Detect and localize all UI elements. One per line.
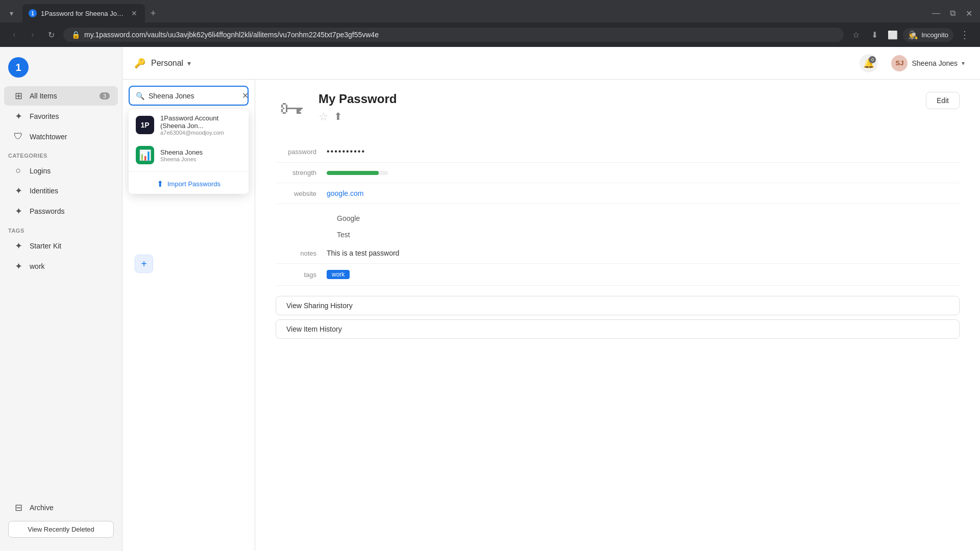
website-label: website (276, 190, 327, 197)
tab-navigation: ▾ (4, 6, 18, 20)
import-passwords-button[interactable]: ⬆ Import Passwords (129, 174, 249, 194)
sidebar-bottom: ⊟ Archive View Recently Deleted (0, 493, 122, 545)
sidebar-item-passwords[interactable]: ✦ Passwords (4, 202, 118, 221)
tab-close-button[interactable]: ✕ (130, 9, 139, 18)
sidebar-item-tag-work[interactable]: ✦ work (4, 257, 118, 276)
watchtower-icon: 🛡 (12, 131, 24, 142)
dropdown-item-1password[interactable]: 1P 1Password Account (Sheena Jon... a7e6… (129, 109, 249, 141)
detail-bottom-actions: View Sharing History View Item History (276, 296, 960, 339)
close-window-button[interactable]: ✕ (962, 6, 976, 20)
website-value: google.com (327, 189, 960, 197)
content-area: 🔍 ✕ 1P 1Password Account (Sheena Jon... … (122, 80, 980, 551)
tag-badge[interactable]: work (327, 270, 350, 279)
incognito-label: Incognito (921, 31, 948, 39)
sidebar-label-favorites: Favorites (30, 112, 110, 120)
section-text-test: Test (337, 227, 960, 243)
strength-fill (327, 171, 379, 175)
view-sharing-history-button[interactable]: View Sharing History (276, 296, 960, 315)
sidebar-item-identities[interactable]: ✦ Identities (4, 181, 118, 201)
topbar: 🔑 Personal ▾ 🔔 0 SJ Sheena Jones ▾ (122, 47, 980, 80)
incognito-icon: 🕵 (908, 30, 918, 40)
all-items-icon: ⊞ (12, 90, 24, 102)
search-input-wrap[interactable]: 🔍 ✕ (129, 86, 249, 106)
sidebar-item-watchtower[interactable]: 🛡 Watchtower (4, 127, 118, 146)
user-chevron-icon: ▾ (962, 60, 965, 67)
notification-button[interactable]: 🔔 0 (860, 54, 878, 72)
reload-button[interactable]: ↻ (43, 27, 59, 43)
dropdown-subtitle-sheena: Sheena Jones (160, 156, 241, 162)
back-button[interactable]: ‹ (6, 27, 22, 43)
all-items-count: 3 (100, 92, 110, 99)
favorite-button[interactable]: ☆ (318, 110, 329, 123)
identities-icon: ✦ (12, 185, 24, 196)
active-tab[interactable]: 1 1Password for Sheena Jones ✕ (22, 4, 145, 22)
favorites-icon: ✦ (12, 111, 24, 122)
website-row: website google.com (276, 183, 960, 204)
key-icon: 🗝 (280, 94, 304, 122)
minimize-button[interactable]: — (929, 6, 943, 20)
sidebar-item-tag-starter-kit[interactable]: ✦ Starter Kit (4, 236, 118, 256)
extensions-button[interactable]: ⬜ (885, 27, 901, 43)
detail-title-area: My Password ☆ ⬆ (318, 92, 960, 123)
list-panel: 🔍 ✕ 1P 1Password Account (Sheena Jon... … (122, 80, 255, 551)
tags-header: TAGS (0, 221, 122, 236)
section-text-google: Google (337, 210, 960, 227)
search-clear-button[interactable]: ✕ (242, 91, 249, 101)
sidebar-label-logins: Logins (30, 167, 110, 175)
forward-button[interactable]: › (24, 27, 41, 43)
tab-list-arrow[interactable]: ▾ (4, 6, 18, 20)
browser-menu-button[interactable]: ⋮ (955, 27, 974, 43)
vault-name: Personal (151, 59, 183, 68)
app-container: 1 ⊞ All Items 3 ✦ Favorites 🛡 Watchtower… (0, 47, 980, 551)
sidebar-item-all-items[interactable]: ⊞ All Items 3 (4, 86, 118, 106)
sidebar-label-tag1: Starter Kit (30, 242, 110, 250)
new-tab-button[interactable]: + (146, 6, 160, 20)
sidebar-label-passwords: Passwords (30, 207, 110, 215)
tag1-icon: ✦ (12, 240, 24, 252)
user-menu-button[interactable]: SJ Sheena Jones ▾ (886, 52, 970, 74)
sidebar-item-archive[interactable]: ⊟ Archive (4, 498, 118, 517)
dropdown-divider (129, 171, 249, 172)
bookmark-button[interactable]: ☆ (848, 27, 864, 43)
sidebar-item-logins[interactable]: ○ Logins (4, 161, 118, 180)
dropdown-item-sheena[interactable]: 📊 Sheena Jones Sheena Jones (129, 141, 249, 169)
add-item-button[interactable]: + (135, 255, 153, 273)
url-text: my.1password.com/vaults/uu3avjbk62y6li4f… (84, 31, 836, 39)
sidebar-item-favorites[interactable]: ✦ Favorites (4, 107, 118, 126)
sidebar-label-identities: Identities (30, 187, 110, 195)
view-item-history-button[interactable]: View Item History (276, 319, 960, 339)
view-recently-deleted-button[interactable]: View Recently Deleted (8, 521, 114, 538)
edit-button[interactable]: Edit (926, 92, 960, 109)
detail-actions: ☆ ⬆ (318, 110, 960, 123)
vault-selector[interactable]: 🔑 Personal ▾ (133, 56, 191, 70)
url-bar[interactable]: 🔒 my.1password.com/vaults/uu3avjbk62y6li… (63, 28, 844, 42)
maximize-button[interactable]: ⧉ (945, 6, 960, 20)
sidebar-label-all-items: All Items (30, 92, 94, 100)
dropdown-item-1password-text: 1Password Account (Sheena Jon... a7e6300… (160, 114, 241, 136)
address-bar: ‹ › ↻ 🔒 my.1password.com/vaults/uu3avjbk… (0, 22, 980, 47)
sidebar-label-watchtower: Watchtower (30, 133, 110, 141)
logo-icon: 1 (8, 57, 29, 78)
password-row: password •••••••••• (276, 141, 960, 163)
tag2-icon: ✦ (12, 261, 24, 272)
strength-label: strength (276, 169, 327, 177)
sidebar-label-tag2: work (30, 262, 110, 270)
password-value[interactable]: •••••••••• (327, 147, 960, 156)
strength-value (327, 171, 960, 175)
search-input[interactable] (149, 92, 238, 100)
dropdown-title-1password: 1Password Account (Sheena Jon... (160, 114, 241, 130)
user-name: Sheena Jones (912, 59, 958, 67)
website-link[interactable]: google.com (327, 189, 363, 197)
tab-group: 1 1Password for Sheena Jones ✕ + (22, 4, 929, 22)
search-icon: 🔍 (136, 92, 144, 100)
strength-bar (327, 171, 388, 175)
share-button[interactable]: ⬆ (334, 110, 342, 123)
password-label: password (276, 148, 327, 156)
download-button[interactable]: ⬇ (866, 27, 883, 43)
app-logo: 1 (0, 53, 122, 86)
detail-header: 🗝 My Password ☆ ⬆ (276, 92, 960, 124)
search-area: 🔍 ✕ 1P 1Password Account (Sheena Jon... … (122, 80, 255, 112)
tags-row: tags work (276, 264, 960, 286)
logins-icon: ○ (12, 165, 24, 176)
nav-buttons: ‹ › ↻ (6, 27, 59, 43)
